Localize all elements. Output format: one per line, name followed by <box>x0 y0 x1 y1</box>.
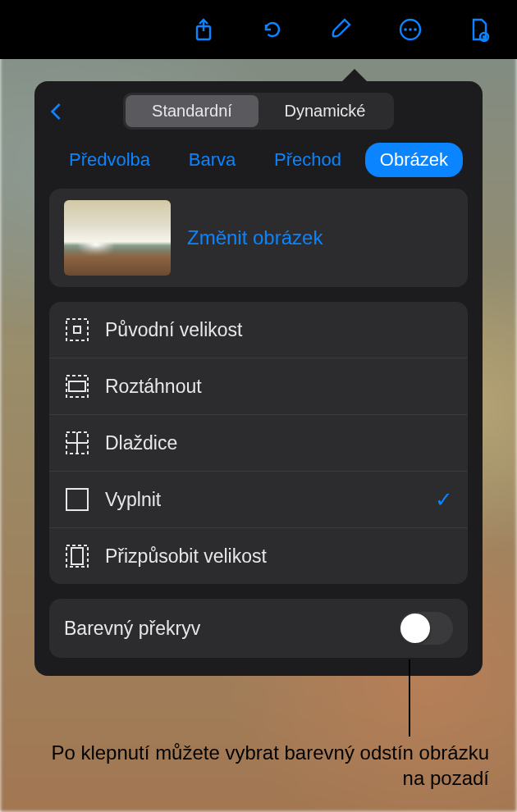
tab-gradient[interactable]: Přechod <box>259 143 356 177</box>
popover-caret <box>341 69 368 82</box>
more-icon[interactable] <box>396 15 425 44</box>
share-icon[interactable] <box>189 15 218 44</box>
scale-option-label: Původní velikost <box>105 319 242 341</box>
svg-rect-7 <box>74 326 80 333</box>
scale-icon <box>64 543 90 569</box>
style-type-segmented: Standardní Dynamické <box>123 93 394 130</box>
scale-icon <box>64 430 90 456</box>
segment-dynamic[interactable]: Dynamické <box>258 95 391 127</box>
color-overlay-switch[interactable] <box>399 612 453 645</box>
image-thumbnail <box>64 200 171 276</box>
callout-text: Po klepnutí můžete vybrat barevný odstín… <box>33 740 489 791</box>
svg-point-2 <box>404 28 407 31</box>
callout-leader-line <box>409 659 410 737</box>
scale-icon <box>64 373 90 399</box>
document-icon[interactable] <box>464 15 494 44</box>
checkmark-icon: ✓ <box>435 487 453 513</box>
scale-option-fill[interactable]: Vyplnit ✓ <box>49 471 468 527</box>
scale-option-fit[interactable]: Přizpůsobit velikost ✓ <box>49 527 468 584</box>
color-overlay-label: Barevný překryv <box>64 618 200 640</box>
svg-point-3 <box>409 28 412 31</box>
color-overlay-row: Barevný překryv <box>49 599 468 658</box>
svg-rect-8 <box>69 381 85 391</box>
switch-knob <box>400 614 430 643</box>
scale-option-original[interactable]: Původní velikost ✓ <box>49 302 468 358</box>
scale-option-label: Přizpůsobit velikost <box>105 545 267 568</box>
svg-point-4 <box>414 28 417 31</box>
svg-rect-9 <box>66 489 88 510</box>
back-button[interactable] <box>49 101 77 122</box>
top-toolbar <box>0 0 517 59</box>
change-image-link[interactable]: Změnit obrázek <box>187 226 323 249</box>
scale-option-label: Roztáhnout <box>105 376 202 398</box>
change-image-row[interactable]: Změnit obrázek <box>49 189 468 287</box>
tab-color[interactable]: Barva <box>174 143 250 177</box>
scale-options-list: Původní velikost ✓ Roztáhnout ✓ Dlaždice… <box>49 302 468 584</box>
segment-standard[interactable]: Standardní <box>126 95 258 127</box>
svg-point-6 <box>483 35 486 39</box>
fill-type-tabs: Předvolba Barva Přechod Obrázek <box>49 143 468 177</box>
scale-option-tile[interactable]: Dlaždice ✓ <box>49 414 468 471</box>
undo-icon[interactable] <box>258 15 287 44</box>
scale-icon <box>64 486 90 513</box>
format-brush-icon[interactable] <box>327 15 356 44</box>
scale-option-stretch[interactable]: Roztáhnout ✓ <box>49 358 468 414</box>
scale-icon <box>64 317 90 343</box>
svg-rect-10 <box>71 548 83 564</box>
scale-option-label: Dlaždice <box>105 432 177 454</box>
format-popover: Standardní Dynamické Předvolba Barva Pře… <box>34 81 483 676</box>
tab-preset[interactable]: Předvolba <box>54 143 165 177</box>
tab-image[interactable]: Obrázek <box>365 143 463 177</box>
scale-option-label: Vyplnit <box>105 489 161 511</box>
